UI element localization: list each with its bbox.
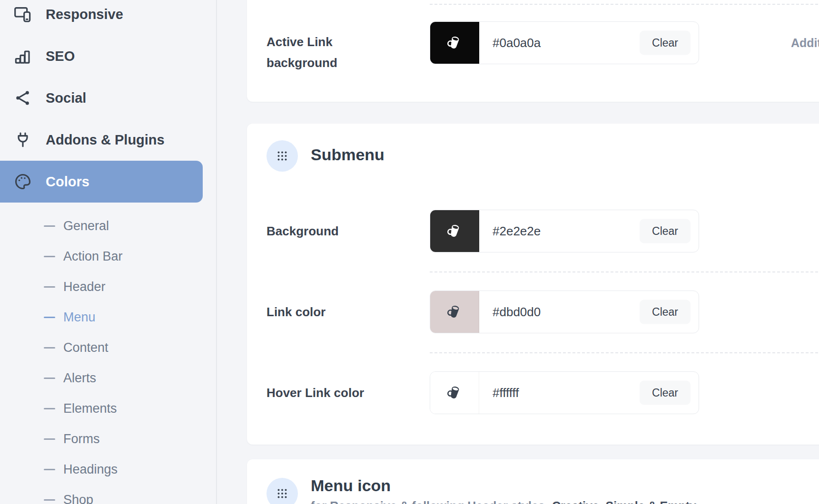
- drag-dots-icon: [276, 488, 288, 499]
- additional-settings-link[interactable]: Addit: [791, 21, 819, 64]
- dash-icon: [44, 469, 55, 470]
- subnav-item-elements[interactable]: Elements: [0, 393, 217, 424]
- subnav-item-forms[interactable]: Forms: [0, 424, 217, 454]
- field-label-link-color: Link color: [266, 301, 326, 322]
- seo-chart-icon: [13, 46, 33, 66]
- subnav-item-alerts[interactable]: Alerts: [0, 363, 217, 393]
- sidebar-item-addons-plugins[interactable]: Addons & Plugins: [0, 119, 217, 161]
- submenu-card: Submenu Background Clear: [247, 124, 819, 445]
- settings-sidebar: Responsive SEO: [0, 0, 217, 504]
- subnav-item-general[interactable]: General: [0, 211, 217, 241]
- subnav-label: General: [63, 219, 109, 233]
- color-swatch[interactable]: [430, 22, 479, 64]
- section-title-submenu: Submenu: [311, 145, 385, 164]
- subnav-item-shop[interactable]: Shop: [0, 485, 217, 504]
- field-label-active-link-background: Active Link background: [266, 31, 381, 73]
- color-swatch[interactable]: [430, 372, 479, 414]
- dash-icon: [44, 499, 55, 501]
- sidebar-item-label: SEO: [46, 48, 75, 64]
- sidebar-item-label: Colors: [46, 174, 89, 190]
- sidebar-item-label: Responsive: [46, 7, 123, 22]
- row-separator: [430, 352, 819, 353]
- subnav-label: Forms: [63, 432, 100, 446]
- subnav-label: Menu: [63, 310, 96, 325]
- section-subtitle: for Responsive & following Header styles…: [311, 499, 696, 504]
- menu-icon-card: Menu icon for Responsive & following Hea…: [247, 459, 819, 504]
- subnav-label: Shop: [63, 493, 93, 504]
- clear-button[interactable]: Clear: [640, 31, 691, 55]
- plug-icon: [13, 130, 33, 150]
- clear-button[interactable]: Clear: [640, 381, 691, 405]
- palette-icon: [13, 172, 33, 192]
- setting-row-link-color: Link color Clear: [266, 291, 819, 333]
- row-separator: [430, 271, 819, 272]
- paint-bucket-icon: [445, 303, 464, 321]
- subnav-label: Content: [63, 340, 109, 355]
- paint-bucket-icon: [445, 222, 464, 240]
- menu-colors-card: Active Link background Clear Addit: [247, 0, 819, 102]
- clear-button[interactable]: Clear: [640, 219, 691, 243]
- subnav-label: Header: [63, 280, 106, 294]
- sidebar-item-label: Social: [46, 90, 86, 106]
- field-label-hover-link-color: Hover Link color: [266, 382, 364, 403]
- responsive-devices-icon: [13, 4, 33, 24]
- color-picker-active-link-background: Clear: [430, 21, 699, 64]
- color-picker-background: Clear: [430, 210, 699, 252]
- setting-row-hover-link-color: Hover Link color Clear: [266, 371, 819, 414]
- settings-main-panel: Active Link background Clear Addit: [218, 0, 819, 504]
- subnav-label: Headings: [63, 462, 118, 477]
- drag-handle[interactable]: [266, 478, 298, 504]
- subnav-item-header[interactable]: Header: [0, 271, 217, 302]
- sidebar-item-seo[interactable]: SEO: [0, 35, 217, 77]
- sidebar-item-label: Addons & Plugins: [46, 132, 165, 148]
- color-picker-hover-link-color: Clear: [430, 371, 699, 414]
- dash-icon: [44, 256, 55, 257]
- sidebar-item-social[interactable]: Social: [0, 77, 217, 119]
- color-swatch[interactable]: [430, 210, 479, 252]
- drag-handle[interactable]: [266, 140, 298, 172]
- color-swatch[interactable]: [430, 291, 479, 333]
- dash-icon: [44, 347, 55, 349]
- subnav-item-action-bar[interactable]: Action Bar: [0, 241, 217, 271]
- share-icon: [13, 88, 33, 108]
- sidebar-item-colors[interactable]: Colors: [0, 161, 203, 203]
- subnav-label: Elements: [63, 401, 117, 416]
- section-title-menu-icon: Menu icon: [311, 476, 391, 495]
- dash-icon: [44, 408, 55, 409]
- drag-dots-icon: [276, 150, 288, 162]
- sidebar-nav: Responsive SEO: [0, 0, 217, 203]
- subnav-item-headings[interactable]: Headings: [0, 454, 217, 485]
- color-picker-link-color: Clear: [430, 291, 699, 333]
- paint-bucket-icon: [445, 384, 464, 402]
- subnav-item-content[interactable]: Content: [0, 332, 217, 363]
- setting-row-background: Background Clear: [266, 210, 819, 252]
- row-separator: [430, 4, 819, 5]
- dash-icon: [44, 378, 55, 379]
- subnav-label: Alerts: [63, 371, 96, 386]
- subnav-label: Action Bar: [63, 249, 123, 264]
- dash-icon: [44, 225, 55, 227]
- colors-subnav: General Action Bar Header Menu Content A…: [0, 211, 217, 504]
- field-label-background: Background: [266, 221, 339, 242]
- clear-button[interactable]: Clear: [640, 300, 691, 324]
- paint-bucket-icon: [445, 34, 464, 52]
- dash-icon: [44, 317, 55, 318]
- subtitle-prefix: for Responsive & following Header styles…: [311, 499, 552, 504]
- subnav-item-menu[interactable]: Menu: [0, 302, 217, 332]
- subtitle-emphasis: Creative, Simple & Empty: [552, 499, 696, 504]
- dash-icon: [44, 438, 55, 440]
- dash-icon: [44, 286, 55, 288]
- sidebar-item-responsive[interactable]: Responsive: [0, 0, 217, 35]
